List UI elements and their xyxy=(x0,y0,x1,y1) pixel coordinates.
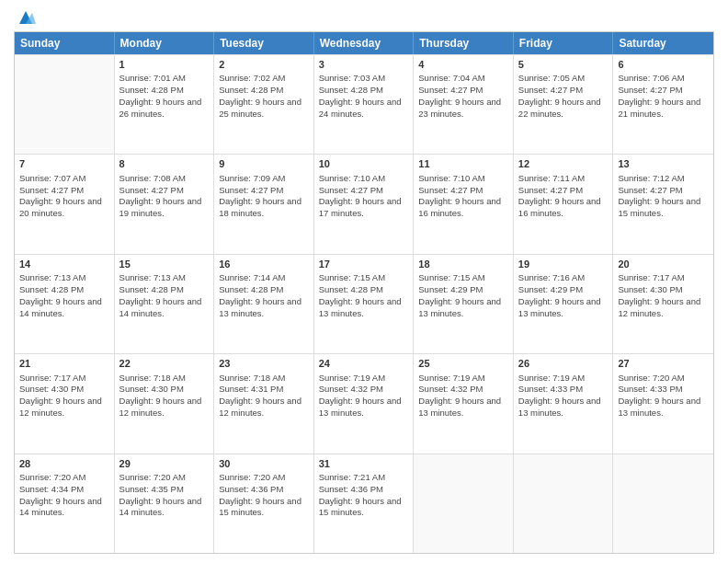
day-number: 11 xyxy=(418,157,508,171)
calendar-cell: 4Sunrise: 7:04 AM Sunset: 4:27 PM Daylig… xyxy=(414,55,514,154)
day-info: Sunrise: 7:04 AM Sunset: 4:27 PM Dayligh… xyxy=(418,73,508,120)
calendar-row-3: 21Sunrise: 7:17 AM Sunset: 4:30 PM Dayli… xyxy=(15,353,713,453)
day-number: 2 xyxy=(219,58,309,72)
day-info: Sunrise: 7:13 AM Sunset: 4:28 PM Dayligh… xyxy=(119,272,210,319)
day-info: Sunrise: 7:20 AM Sunset: 4:34 PM Dayligh… xyxy=(19,472,109,519)
day-number: 4 xyxy=(418,58,508,72)
day-info: Sunrise: 7:09 AM Sunset: 4:27 PM Dayligh… xyxy=(219,173,309,220)
header-day-tuesday: Tuesday xyxy=(214,32,314,54)
calendar-cell: 13Sunrise: 7:12 AM Sunset: 4:27 PM Dayli… xyxy=(613,155,713,253)
calendar-cell: 14Sunrise: 7:13 AM Sunset: 4:28 PM Dayli… xyxy=(15,255,115,353)
calendar-cell: 31Sunrise: 7:21 AM Sunset: 4:36 PM Dayli… xyxy=(314,454,415,553)
calendar-cell: 24Sunrise: 7:19 AM Sunset: 4:32 PM Dayli… xyxy=(314,354,415,453)
day-number: 16 xyxy=(219,258,309,271)
day-number: 5 xyxy=(518,58,609,72)
day-number: 9 xyxy=(219,157,309,171)
day-info: Sunrise: 7:14 AM Sunset: 4:28 PM Dayligh… xyxy=(219,272,309,319)
day-number: 10 xyxy=(319,157,409,171)
day-info: Sunrise: 7:15 AM Sunset: 4:28 PM Dayligh… xyxy=(319,272,409,319)
day-info: Sunrise: 7:19 AM Sunset: 4:33 PM Dayligh… xyxy=(518,373,609,419)
day-number: 3 xyxy=(319,58,409,72)
day-info: Sunrise: 7:18 AM Sunset: 4:31 PM Dayligh… xyxy=(219,373,309,419)
calendar-body: 1Sunrise: 7:01 AM Sunset: 4:28 PM Daylig… xyxy=(15,54,713,553)
day-number: 7 xyxy=(19,157,109,171)
calendar-cell: 10Sunrise: 7:10 AM Sunset: 4:27 PM Dayli… xyxy=(314,155,415,253)
day-info: Sunrise: 7:05 AM Sunset: 4:27 PM Dayligh… xyxy=(518,73,609,120)
day-number: 27 xyxy=(618,357,709,371)
day-number: 25 xyxy=(418,357,508,371)
logo-icon xyxy=(16,7,36,28)
day-number: 18 xyxy=(418,258,508,271)
day-number: 6 xyxy=(618,58,709,72)
calendar-cell: 2Sunrise: 7:02 AM Sunset: 4:28 PM Daylig… xyxy=(214,55,314,154)
calendar-cell: 7Sunrise: 7:07 AM Sunset: 4:27 PM Daylig… xyxy=(15,155,115,253)
calendar-row-0: 1Sunrise: 7:01 AM Sunset: 4:28 PM Daylig… xyxy=(15,54,713,154)
day-info: Sunrise: 7:08 AM Sunset: 4:27 PM Dayligh… xyxy=(119,173,210,220)
day-info: Sunrise: 7:11 AM Sunset: 4:27 PM Dayligh… xyxy=(518,173,609,220)
calendar-header: SundayMondayTuesdayWednesdayThursdayFrid… xyxy=(15,32,713,54)
day-number: 26 xyxy=(518,357,609,371)
calendar-cell: 22Sunrise: 7:18 AM Sunset: 4:30 PM Dayli… xyxy=(115,354,215,453)
day-info: Sunrise: 7:10 AM Sunset: 4:27 PM Dayligh… xyxy=(319,173,409,220)
calendar-cell: 12Sunrise: 7:11 AM Sunset: 4:27 PM Dayli… xyxy=(514,155,614,253)
calendar-cell: 18Sunrise: 7:15 AM Sunset: 4:29 PM Dayli… xyxy=(414,255,514,353)
header-day-saturday: Saturday xyxy=(613,32,713,54)
calendar-cell xyxy=(514,454,614,553)
day-info: Sunrise: 7:01 AM Sunset: 4:28 PM Dayligh… xyxy=(119,73,210,120)
header xyxy=(14,9,714,24)
calendar-row-2: 14Sunrise: 7:13 AM Sunset: 4:28 PM Dayli… xyxy=(15,254,713,353)
day-number: 14 xyxy=(19,258,109,271)
day-number: 20 xyxy=(618,258,709,271)
calendar-cell: 3Sunrise: 7:03 AM Sunset: 4:28 PM Daylig… xyxy=(314,55,415,154)
day-number: 12 xyxy=(518,157,609,171)
day-number: 19 xyxy=(518,258,609,271)
logo xyxy=(14,9,36,24)
calendar-cell xyxy=(414,454,514,553)
calendar-cell: 26Sunrise: 7:19 AM Sunset: 4:33 PM Dayli… xyxy=(514,354,614,453)
day-number: 24 xyxy=(319,357,409,371)
day-number: 21 xyxy=(19,357,109,371)
day-info: Sunrise: 7:19 AM Sunset: 4:32 PM Dayligh… xyxy=(319,373,409,419)
calendar-cell: 25Sunrise: 7:19 AM Sunset: 4:32 PM Dayli… xyxy=(414,354,514,453)
day-info: Sunrise: 7:07 AM Sunset: 4:27 PM Dayligh… xyxy=(19,173,109,220)
calendar-cell: 5Sunrise: 7:05 AM Sunset: 4:27 PM Daylig… xyxy=(514,55,614,154)
calendar-row-4: 28Sunrise: 7:20 AM Sunset: 4:34 PM Dayli… xyxy=(15,454,713,553)
day-info: Sunrise: 7:13 AM Sunset: 4:28 PM Dayligh… xyxy=(19,272,109,319)
calendar-cell: 29Sunrise: 7:20 AM Sunset: 4:35 PM Dayli… xyxy=(115,454,215,553)
day-number: 22 xyxy=(119,357,210,371)
header-day-sunday: Sunday xyxy=(15,32,115,54)
day-number: 15 xyxy=(119,258,210,271)
calendar-cell: 9Sunrise: 7:09 AM Sunset: 4:27 PM Daylig… xyxy=(214,155,314,253)
day-number: 23 xyxy=(219,357,309,371)
day-info: Sunrise: 7:20 AM Sunset: 4:35 PM Dayligh… xyxy=(119,472,210,519)
calendar-cell: 23Sunrise: 7:18 AM Sunset: 4:31 PM Dayli… xyxy=(214,354,314,453)
day-number: 17 xyxy=(319,258,409,271)
day-number: 29 xyxy=(119,457,210,471)
calendar-cell: 6Sunrise: 7:06 AM Sunset: 4:27 PM Daylig… xyxy=(613,55,713,154)
calendar-cell: 15Sunrise: 7:13 AM Sunset: 4:28 PM Dayli… xyxy=(115,255,215,353)
day-number: 28 xyxy=(19,457,109,471)
header-day-wednesday: Wednesday xyxy=(314,32,415,54)
calendar-cell: 16Sunrise: 7:14 AM Sunset: 4:28 PM Dayli… xyxy=(214,255,314,353)
calendar-cell: 21Sunrise: 7:17 AM Sunset: 4:30 PM Dayli… xyxy=(15,354,115,453)
day-info: Sunrise: 7:12 AM Sunset: 4:27 PM Dayligh… xyxy=(618,173,709,220)
calendar-cell: 20Sunrise: 7:17 AM Sunset: 4:30 PM Dayli… xyxy=(613,255,713,353)
calendar: SundayMondayTuesdayWednesdayThursdayFrid… xyxy=(14,31,714,554)
day-info: Sunrise: 7:16 AM Sunset: 4:29 PM Dayligh… xyxy=(518,272,609,319)
day-info: Sunrise: 7:03 AM Sunset: 4:28 PM Dayligh… xyxy=(319,73,409,120)
day-info: Sunrise: 7:15 AM Sunset: 4:29 PM Dayligh… xyxy=(418,272,508,319)
day-info: Sunrise: 7:21 AM Sunset: 4:36 PM Dayligh… xyxy=(319,472,409,519)
calendar-cell: 8Sunrise: 7:08 AM Sunset: 4:27 PM Daylig… xyxy=(115,155,215,253)
header-day-friday: Friday xyxy=(514,32,614,54)
calendar-cell: 1Sunrise: 7:01 AM Sunset: 4:28 PM Daylig… xyxy=(115,55,215,154)
day-number: 30 xyxy=(219,457,309,471)
calendar-cell: 17Sunrise: 7:15 AM Sunset: 4:28 PM Dayli… xyxy=(314,255,415,353)
day-info: Sunrise: 7:18 AM Sunset: 4:30 PM Dayligh… xyxy=(119,373,210,419)
calendar-cell: 11Sunrise: 7:10 AM Sunset: 4:27 PM Dayli… xyxy=(414,155,514,253)
calendar-cell xyxy=(15,55,115,154)
day-info: Sunrise: 7:17 AM Sunset: 4:30 PM Dayligh… xyxy=(618,272,709,319)
day-number: 1 xyxy=(119,58,210,72)
day-info: Sunrise: 7:20 AM Sunset: 4:33 PM Dayligh… xyxy=(618,373,709,419)
day-info: Sunrise: 7:02 AM Sunset: 4:28 PM Dayligh… xyxy=(219,73,309,120)
day-info: Sunrise: 7:10 AM Sunset: 4:27 PM Dayligh… xyxy=(418,173,508,220)
